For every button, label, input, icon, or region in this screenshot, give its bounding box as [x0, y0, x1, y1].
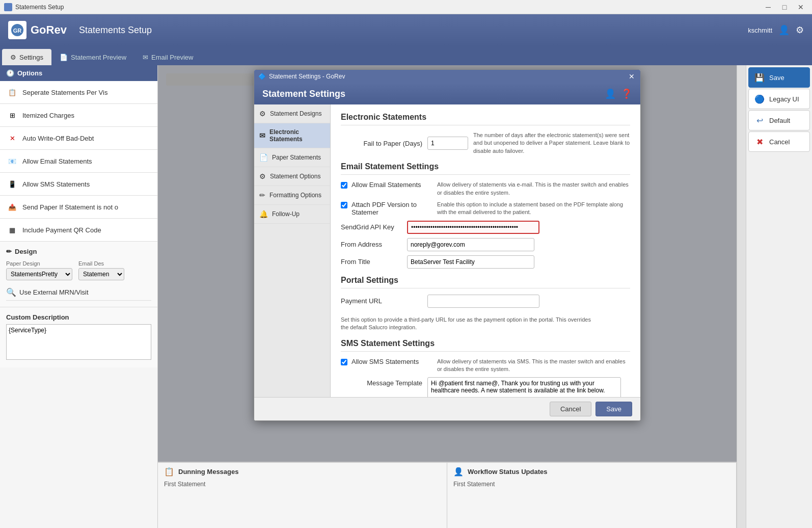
qr-label: Include Payment QR Code: [22, 226, 101, 234]
email-design-col: Email Des Statemen: [78, 260, 124, 280]
electronic-statements-label: Electronic Statements: [269, 128, 325, 143]
modal-body: ⚙ Statement Designs ✉ Electronic Stateme…: [254, 104, 640, 397]
payment-url-input[interactable]: [427, 295, 539, 308]
email-design-label: Email Des: [78, 260, 124, 267]
paper-design-col: Paper Design StatementsPretty: [6, 260, 72, 280]
dunning-first-statement: First Statement: [164, 481, 441, 488]
statement-designs-label: Statement Designs: [270, 110, 321, 117]
from-address-row: From Address: [341, 238, 630, 251]
modal-footer: Cancel Save: [254, 397, 640, 420]
allow-sms-row: Allow SMS Statements Allow delivery of s…: [341, 358, 630, 374]
app-header: GR GoRev Statements Setup kschmitt 👤 ⚙: [0, 14, 812, 46]
left-panel: 🕐 Options 📋 Seperate Statements Per Vis …: [0, 65, 158, 528]
default-button[interactable]: ↩ Default: [748, 110, 810, 130]
modal-save-button[interactable]: Save: [596, 402, 632, 416]
tab-email-preview[interactable]: ✉ Email Preview: [134, 49, 201, 65]
email-preview-tab-icon: ✉: [143, 54, 148, 61]
nav-paper-statements[interactable]: 📄 Paper Statements: [254, 148, 330, 167]
scroll-strip[interactable]: [737, 65, 746, 528]
sms-settings-section-title: SMS Statement Settings: [341, 339, 630, 352]
options-header: 🕐 Options: [0, 65, 157, 81]
allow-email-desc: Allow delivery of statements via e-mail.…: [437, 181, 630, 197]
modal-header-icons: 👤 ❓: [605, 88, 632, 99]
fail-to-paper-input[interactable]: [427, 137, 468, 150]
allow-email-row: Allow Email Statements Allow delivery of…: [341, 181, 630, 197]
list-item-separate[interactable]: 📋 Seperate Statements Per Vis: [0, 81, 157, 104]
username: kschmitt: [748, 27, 772, 34]
paper-design-label: Paper Design: [6, 260, 72, 267]
nav-statement-designs[interactable]: ⚙ Statement Designs: [254, 104, 330, 123]
minimize-button[interactable]: ─: [761, 2, 775, 13]
statement-options-icon: ⚙: [259, 172, 266, 180]
save-button[interactable]: 💾 Save: [748, 67, 810, 88]
nav-statement-options[interactable]: ⚙ Statement Options: [254, 167, 330, 186]
qr-icon: ▦: [6, 224, 18, 236]
use-external-label: Use External MRN/Visit: [19, 288, 89, 296]
paper-design-select[interactable]: StatementsPretty: [6, 268, 72, 280]
workflow-panel: 👤 Workflow Status Updates First Statemen…: [447, 463, 737, 528]
modal-cancel-button[interactable]: Cancel: [550, 402, 591, 416]
dunning-panel: 📋 Dunning Messages First Statement: [158, 463, 447, 528]
email-icon: 📧: [6, 155, 18, 167]
list-item-allow-email[interactable]: 📧 Allow Email Statements: [0, 150, 157, 173]
from-title-row: From Title: [341, 255, 630, 269]
cancel-button[interactable]: ✖ Cancel: [748, 131, 810, 152]
save-icon: 💾: [754, 72, 765, 83]
payment-url-row: Payment URL Set this option to provide a…: [341, 295, 630, 332]
statement-preview-tab-icon: 📄: [60, 54, 68, 61]
modal-nav: ⚙ Statement Designs ✉ Electronic Stateme…: [254, 104, 331, 397]
statement-preview-tab-label: Statement Preview: [71, 54, 126, 61]
sendgrid-api-key-input[interactable]: [407, 221, 539, 234]
list-item-auto-write-off[interactable]: ✕ Auto Write-Off Bad-Debt: [0, 127, 157, 150]
list-item-send-paper[interactable]: 📤 Send Paper If Statement is not o: [0, 196, 157, 219]
workflow-title: Workflow Status Updates: [468, 468, 548, 476]
attach-pdf-checkbox[interactable]: [341, 202, 347, 208]
payment-url-label: Payment URL: [341, 297, 422, 305]
from-address-input[interactable]: [407, 238, 534, 251]
tab-settings[interactable]: ⚙ Settings: [2, 49, 51, 65]
settings-icon[interactable]: ⚙: [796, 24, 804, 36]
custom-desc-input[interactable]: [6, 324, 151, 360]
workflow-first-statement: First Statement: [453, 481, 730, 488]
settings-tab-label: Settings: [19, 54, 43, 61]
nav-electronic-statements[interactable]: ✉ Electronic Statements: [254, 123, 330, 148]
allow-sms-label: Allow SMS Statements: [351, 358, 433, 365]
attach-pdf-desc: Enable this option to include a statemen…: [437, 201, 630, 217]
save-label: Save: [769, 74, 784, 82]
send-paper-label: Send Paper If Statement is not o: [22, 203, 118, 211]
legacy-ui-button[interactable]: 🔵 Legacy UI: [748, 89, 810, 109]
itemized-icon: ⊞: [6, 109, 18, 121]
header-right: kschmitt 👤 ⚙: [748, 24, 804, 36]
modal-close-button[interactable]: ✕: [627, 72, 636, 81]
custom-desc-title: Custom Description: [6, 313, 151, 321]
tab-bar: ⚙ Settings 📄 Statement Preview ✉ Email P…: [0, 46, 812, 65]
electronic-statements-section-title: Electronic Statements: [341, 113, 630, 125]
app-name: GoRev: [31, 23, 67, 37]
maximize-button[interactable]: □: [777, 2, 792, 13]
nav-formatting-options[interactable]: ✏ Formatting Options: [254, 186, 330, 205]
main-content: 🕐 Options 📋 Seperate Statements Per Vis …: [0, 65, 812, 528]
allow-email-checkbox[interactable]: [341, 182, 347, 189]
tab-statement-preview[interactable]: 📄 Statement Preview: [51, 49, 134, 65]
custom-desc-section: Custom Description: [0, 307, 157, 367]
list-item-itemized[interactable]: ⊞ Itemized Charges: [0, 104, 157, 127]
close-button[interactable]: ✕: [794, 2, 808, 13]
modal-help-icon[interactable]: ❓: [621, 88, 632, 99]
allow-email-label: Allow Email Statements: [22, 157, 92, 165]
modal-window: 🔷 Statement Settings - GoRev ✕ Statement…: [254, 69, 641, 421]
default-label: Default: [769, 117, 790, 124]
default-icon: ↩: [754, 115, 765, 126]
legacy-label: Legacy UI: [769, 95, 799, 103]
allow-sms-checkbox[interactable]: [341, 359, 347, 365]
email-preview-tab-label: Email Preview: [151, 54, 193, 61]
from-title-input[interactable]: [407, 255, 534, 269]
dunning-icon: 📋: [164, 467, 174, 477]
list-item-allow-sms[interactable]: 📱 Allow SMS Statements: [0, 173, 157, 196]
email-design-select[interactable]: Statemen: [78, 268, 124, 280]
sendgrid-label: SendGrid API Key: [341, 223, 407, 231]
nav-follow-up[interactable]: 🔔 Follow-Up: [254, 205, 330, 224]
sms-message-template-textarea[interactable]: Hi @patient first name@, Thank you for t…: [427, 377, 621, 397]
list-item-qr-code[interactable]: ▦ Include Payment QR Code: [0, 219, 157, 242]
statement-options-label: Statement Options: [270, 173, 320, 180]
workflow-header: 👤 Workflow Status Updates: [453, 467, 730, 477]
